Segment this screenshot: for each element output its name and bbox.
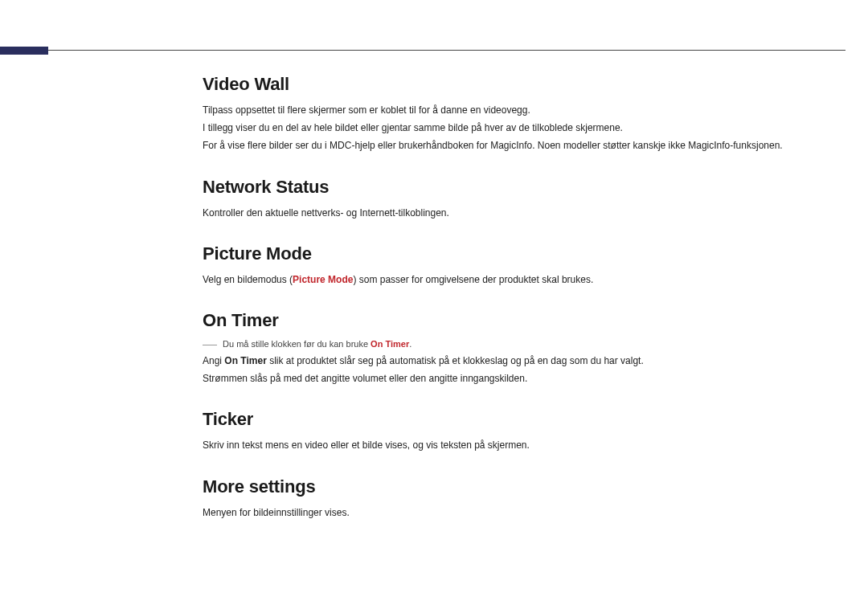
paragraph: Velg en bildemodus (Picture Mode) som pa… [203,272,836,288]
section-video-wall: Video Wall Tilpass oppsettet til flere s… [203,74,836,154]
text-bold: On Timer [224,355,266,366]
section-on-timer: On Timer Du må stille klokken før du kan… [203,310,836,386]
heading-more-settings: More settings [203,476,836,497]
paragraph: I tillegg viser du en del av hele bildet… [203,121,836,136]
note-dash-icon [203,345,217,345]
text-lead: Velg en bildemodus ( [203,274,293,285]
heading-network-status: Network Status [203,177,836,198]
text-accent: Picture Mode [293,274,353,285]
paragraph: Tilpass oppsettet til flere skjermer som… [203,103,836,118]
heading-on-timer: On Timer [203,310,836,331]
note-lead: Du må stille klokken før du kan bruke [223,339,371,349]
page-top-rule [48,50,845,51]
paragraph: Skriv inn tekst mens en video eller et b… [203,438,836,453]
paragraph: Strømmen slås på med det angitte volumet… [203,371,836,386]
note: Du må stille klokken før du kan bruke On… [203,339,836,349]
section-ticker: Ticker Skriv inn tekst mens en video ell… [203,409,836,453]
text-lead: Angi [203,355,224,366]
section-more-settings: More settings Menyen for bildeinnstillin… [203,476,836,521]
paragraph: Angi On Timer slik at produktet slår seg… [203,353,836,369]
paragraph: Kontroller den aktuelle nettverks- og In… [203,206,836,221]
heading-video-wall: Video Wall [203,74,836,95]
heading-ticker: Ticker [203,409,836,430]
section-picture-mode: Picture Mode Velg en bildemodus (Picture… [203,243,836,288]
paragraph: For å vise flere bilder ser du i MDC-hje… [203,138,836,153]
text-tail: ) som passer for omgivelsene der produkt… [353,274,593,285]
note-tail: . [409,339,411,349]
page-accent-bar [0,47,48,55]
page-content: Video Wall Tilpass oppsettet til flere s… [203,74,836,543]
text-tail: slik at produktet slår seg på automatisk… [267,355,644,366]
paragraph: Menyen for bildeinnstillinger vises. [203,505,836,521]
heading-picture-mode: Picture Mode [203,243,836,264]
note-accent: On Timer [371,339,409,349]
section-network-status: Network Status Kontroller den aktuelle n… [203,177,836,221]
